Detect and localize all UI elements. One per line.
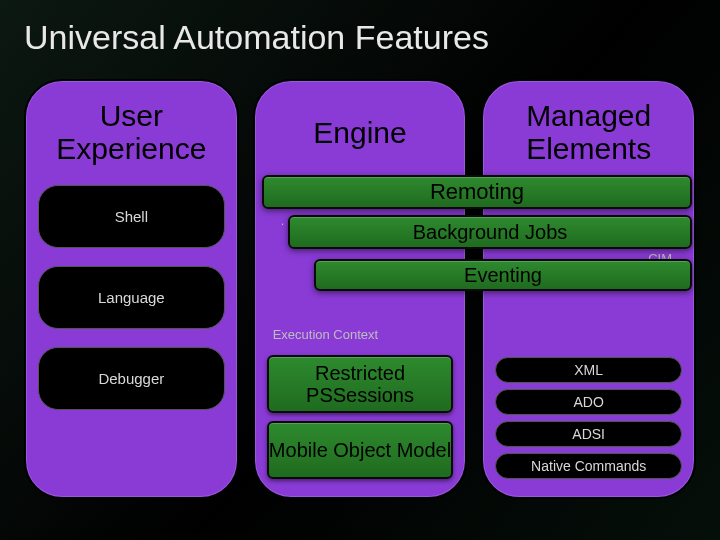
columns-container: User Experience Shell Language Debugger …: [24, 79, 696, 499]
behind-execution-context: Execution Context: [273, 327, 379, 342]
column-heading-managed: Managed Elements: [495, 95, 682, 179]
column-body-ux: Shell Language Debugger: [38, 179, 225, 481]
pill-native-commands: Native Commands: [495, 453, 682, 479]
overlay-background-jobs: Background Jobs: [288, 215, 692, 249]
pill-language: Language: [38, 266, 225, 329]
column-heading-ux: User Experience: [38, 95, 225, 179]
overlay-remoting: Remoting: [262, 175, 692, 209]
column-user-experience: User Experience Shell Language Debugger: [24, 79, 239, 499]
slide: Universal Automation Features User Exper…: [0, 0, 720, 540]
pill-shell: Shell: [38, 185, 225, 248]
slide-title: Universal Automation Features: [24, 18, 696, 57]
pill-ado: ADO: [495, 389, 682, 415]
box-mobile-object-model: Mobile Object Model: [267, 421, 454, 479]
overlay-eventing: Eventing: [314, 259, 692, 291]
box-restricted-pssessions: Restricted PSSessions: [267, 355, 454, 413]
pill-adsi: ADSI: [495, 421, 682, 447]
pill-xml: XML: [495, 357, 682, 383]
pill-debugger: Debugger: [38, 347, 225, 410]
column-heading-engine: Engine: [267, 95, 454, 179]
behind-dot: .: [281, 213, 285, 228]
